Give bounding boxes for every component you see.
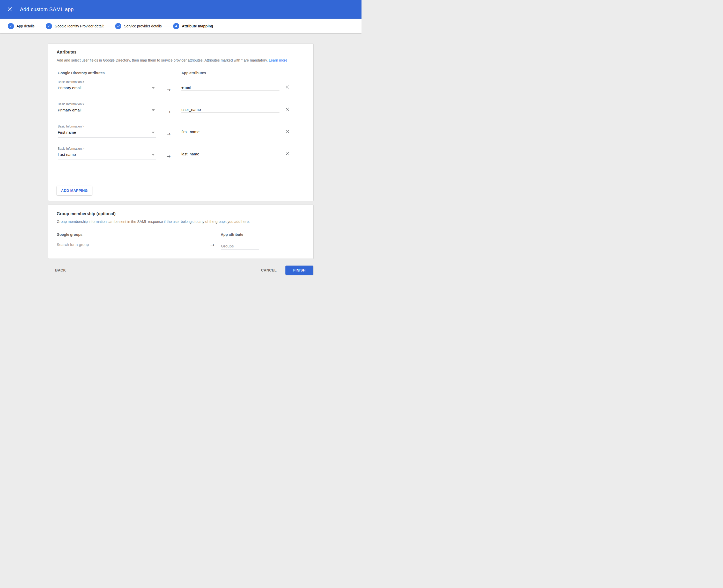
dialog-header: Add custom SAML app	[0, 0, 361, 19]
app-attribute-input[interactable]	[181, 85, 279, 90]
mapping-row: Basic Information > Primary email →	[58, 102, 305, 115]
directory-attribute-value: Primary email	[58, 108, 81, 112]
app-attribute-header: App attribute	[221, 232, 243, 237]
mapping-row: Basic Information > First name →	[58, 124, 305, 138]
mapping-rows: Basic Information > Primary email →	[58, 80, 305, 160]
step-connector	[164, 26, 171, 26]
remove-mapping-icon[interactable]	[285, 84, 290, 89]
dialog-title: Add custom SAML app	[20, 6, 74, 13]
arrow-right-icon: →	[210, 243, 215, 248]
step-label: Attribute mapping	[182, 24, 213, 28]
mapping-arrow-cell: →	[156, 147, 181, 160]
attribute-category-label: Basic Information >	[58, 102, 156, 106]
arrow-right-icon: →	[167, 87, 171, 93]
google-directory-attributes-header: Google Directory attributes	[58, 70, 181, 75]
mapping-arrow-cell: →	[156, 102, 181, 115]
directory-attribute-field: Basic Information > Primary email	[58, 80, 156, 93]
attributes-title: Attributes	[57, 50, 305, 55]
app-attribute-input[interactable]	[181, 107, 279, 113]
dropdown-arrow-icon	[152, 132, 155, 133]
group-arrow-cell: →	[204, 242, 221, 248]
directory-attribute-field: Basic Information > First name	[58, 124, 156, 138]
dropdown-arrow-icon	[152, 87, 155, 89]
google-groups-header: Google groups	[57, 232, 221, 237]
arrow-right-icon: →	[167, 154, 171, 160]
check-icon	[8, 23, 14, 29]
arrow-right-icon: →	[167, 132, 171, 138]
add-mapping-button[interactable]: ADD MAPPING	[57, 186, 92, 195]
app-attribute-input[interactable]	[181, 152, 279, 157]
app-attribute-field	[181, 124, 279, 138]
group-membership-title: Group membership (optional)	[57, 211, 305, 216]
app-attribute-field	[181, 102, 279, 115]
group-membership-card: Group membership (optional) Group member…	[48, 205, 314, 258]
step-app-details[interactable]: App details	[8, 23, 35, 29]
mapping-arrow-cell: →	[156, 80, 181, 93]
step-label: Google Identity Provider details	[55, 24, 104, 28]
directory-attribute-select[interactable]: Primary email	[58, 108, 156, 115]
directory-attribute-field: Basic Information > Last name	[58, 147, 156, 160]
directory-attribute-select[interactable]: First name	[58, 130, 156, 138]
step-number-badge: 4	[173, 23, 179, 29]
app-attribute-field	[181, 147, 279, 160]
stepper: App details Google Identity Provider det…	[0, 19, 361, 33]
step-label: App details	[17, 24, 35, 28]
group-membership-description: Group membership information can be sent…	[57, 219, 305, 224]
add-custom-saml-app-dialog: Add custom SAML app App details Google I…	[0, 0, 361, 275]
cancel-button[interactable]: CANCEL	[259, 266, 279, 274]
mapping-arrow-cell: →	[156, 124, 181, 138]
attribute-category-label: Basic Information >	[58, 147, 156, 151]
group-search-input[interactable]	[57, 242, 204, 250]
check-icon	[46, 23, 52, 29]
remove-mapping-icon[interactable]	[285, 151, 290, 156]
back-button[interactable]: BACK	[53, 266, 68, 274]
attributes-description-text: Add and select user fields in Google Dir…	[57, 58, 268, 62]
groups-app-attribute-input[interactable]	[221, 244, 259, 250]
arrow-right-icon: →	[167, 109, 171, 115]
mapping-row: Basic Information > Primary email →	[58, 80, 305, 93]
attribute-category-label: Basic Information >	[58, 80, 156, 84]
group-column-headers: Google groups App attribute	[57, 232, 305, 237]
dropdown-arrow-icon	[152, 154, 155, 156]
attributes-description: Add and select user fields in Google Dir…	[57, 58, 305, 63]
step-connector	[37, 26, 43, 26]
dialog-footer: BACK CANCEL FINISH	[48, 266, 314, 275]
group-mapping-row: →	[57, 242, 305, 250]
close-icon[interactable]	[7, 6, 13, 13]
directory-attribute-select[interactable]: Primary email	[58, 86, 156, 93]
step-attribute-mapping[interactable]: 4 Attribute mapping	[173, 23, 213, 29]
attributes-card: Attributes Add and select user fields in…	[48, 44, 314, 201]
attribute-category-label: Basic Information >	[58, 124, 156, 128]
step-connector	[106, 26, 113, 26]
app-attributes-header: App attributes	[181, 70, 206, 75]
app-attribute-field	[181, 80, 279, 93]
directory-attribute-value: First name	[58, 130, 76, 135]
directory-attribute-value: Last name	[58, 152, 76, 157]
directory-attribute-select[interactable]: Last name	[58, 152, 156, 160]
directory-attribute-field: Basic Information > Primary email	[58, 102, 156, 115]
dialog-content: Attributes Add and select user fields in…	[0, 33, 361, 275]
directory-attribute-value: Primary email	[58, 86, 81, 90]
remove-mapping-icon[interactable]	[285, 107, 290, 112]
mapping-column-headers: Google Directory attributes App attribut…	[58, 70, 305, 75]
mapping-row: Basic Information > Last name →	[58, 147, 305, 160]
app-attribute-input[interactable]	[181, 129, 279, 135]
remove-mapping-icon[interactable]	[285, 129, 290, 134]
step-google-idp-details[interactable]: Google Identity Provider details	[46, 23, 104, 29]
step-label: Service provider details	[124, 24, 162, 28]
learn-more-link[interactable]: Learn more	[269, 58, 287, 62]
step-service-provider-details[interactable]: Service provider details	[115, 23, 162, 29]
check-icon	[115, 23, 121, 29]
finish-button[interactable]: FINISH	[285, 266, 314, 275]
dropdown-arrow-icon	[152, 109, 155, 111]
